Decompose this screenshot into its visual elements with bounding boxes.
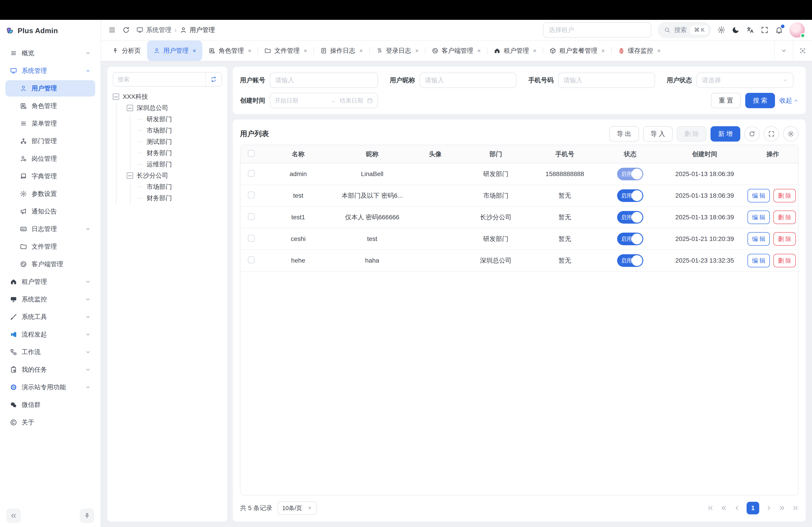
tree-refresh-icon[interactable] — [205, 73, 221, 86]
global-search-button[interactable]: 搜索 ⌘ K — [657, 22, 711, 38]
status-toggle[interactable]: 启用 — [617, 254, 643, 267]
tab-登录日志[interactable]: 登录日志× — [370, 41, 425, 61]
tab-文件管理[interactable]: 文件管理× — [258, 41, 313, 61]
status-toggle[interactable]: 启用 — [617, 189, 643, 202]
tab-操作日志[interactable]: 操作日志× — [314, 41, 369, 61]
sidebar-item-系统监控[interactable]: 系统监控 — [5, 291, 95, 307]
back-5-pages-button[interactable] — [721, 505, 727, 511]
tab-用户管理[interactable]: 用户管理× — [147, 41, 202, 61]
reset-button[interactable]: 重 置 — [711, 93, 741, 108]
sidebar-item-菜单管理[interactable]: 菜单管理 — [5, 116, 95, 132]
sidebar-item-日志管理[interactable]: DEV日志管理 — [5, 221, 95, 237]
sidebar-item-工作流[interactable]: 工作流 — [5, 344, 95, 360]
tree-leaf-测试部门[interactable]: 测试部门 — [130, 136, 222, 147]
row-checkbox[interactable] — [248, 257, 255, 263]
sidebar-item-演示站专用功能[interactable]: 演示站专用功能 — [5, 379, 95, 395]
tree-node-XXX科技[interactable]: XXX科技 — [113, 91, 222, 102]
current-page-button[interactable]: 1 — [746, 502, 759, 514]
notification-bell-icon[interactable] — [775, 26, 783, 34]
status-toggle[interactable]: 启用 — [617, 232, 643, 245]
tab-租户管理[interactable]: 租户管理× — [488, 41, 543, 61]
refresh-page-button[interactable] — [122, 26, 130, 34]
tree-leaf-市场部门[interactable]: 市场部门 — [130, 181, 222, 193]
tree-leaf-市场部门[interactable]: 市场部门 — [130, 125, 222, 136]
row-checkbox[interactable] — [248, 192, 255, 198]
sidebar-item-客户端管理[interactable]: 客户端管理 — [5, 256, 95, 272]
breadcrumb-item-system[interactable]: 系统管理 — [136, 26, 171, 34]
sidebar-item-文件管理[interactable]: 文件管理 — [5, 239, 95, 255]
tab-close-icon[interactable]: × — [193, 47, 196, 54]
tree-leaf-财务部门[interactable]: 财务部门 — [130, 147, 222, 159]
dark-mode-moon-icon[interactable] — [732, 26, 740, 34]
table-refresh-icon[interactable] — [744, 126, 760, 141]
tree-expander-icon[interactable] — [113, 93, 119, 100]
phone-input[interactable] — [558, 73, 655, 88]
tab-close-icon[interactable]: × — [415, 47, 419, 54]
tree-expander-icon[interactable] — [127, 105, 133, 111]
tab-close-icon[interactable]: × — [248, 47, 251, 54]
sidebar-collapse-button[interactable] — [6, 509, 21, 523]
tree-node-深圳总公司[interactable]: 深圳总公司 — [127, 102, 222, 114]
sidebar-item-微信群[interactable]: 微信群 — [5, 397, 95, 413]
tree-leaf-研发部门[interactable]: 研发部门 — [130, 114, 222, 125]
sidebar-item-流程发起[interactable]: 流程发起 — [5, 326, 95, 343]
sidebar-item-系统管理[interactable]: 系统管理 — [5, 63, 95, 79]
row-checkbox[interactable] — [248, 170, 255, 177]
tenant-select-input[interactable] — [543, 22, 651, 37]
menu-toggle-button[interactable] — [108, 26, 116, 34]
first-page-button[interactable] — [707, 505, 714, 511]
tab-close-icon[interactable]: × — [657, 47, 661, 54]
nickname-input[interactable] — [420, 73, 517, 88]
search-button[interactable]: 搜 索 — [745, 93, 775, 108]
sidebar-item-用户管理[interactable]: 用户管理 — [5, 80, 95, 96]
tab-close-icon[interactable]: × — [304, 47, 307, 54]
tree-leaf-运维部门[interactable]: 运维部门 — [130, 159, 222, 170]
sidebar-item-字典管理[interactable]: 字典管理 — [5, 168, 95, 184]
tab-缓存监控[interactable]: redis缓存监控× — [612, 41, 667, 61]
tree-leaf-财务部门[interactable]: 财务部门 — [130, 193, 222, 204]
tab-角色管理[interactable]: 角色管理× — [202, 41, 258, 61]
account-input[interactable] — [270, 73, 378, 88]
sidebar-pin-button[interactable] — [80, 509, 94, 523]
status-select[interactable]: 请选择 — [697, 73, 794, 88]
delete-row-button[interactable]: 删 除 — [773, 254, 796, 267]
edit-button[interactable]: 编 辑 — [748, 189, 770, 202]
sidebar-item-通知公告[interactable]: 通知公告 — [5, 203, 95, 220]
export-button[interactable]: 导 出 — [609, 126, 639, 141]
delete-row-button[interactable]: 删 除 — [773, 189, 796, 202]
sidebar-item-系统工具[interactable]: 系统工具 — [5, 309, 95, 325]
sidebar-item-参数设置[interactable]: 参数设置 — [5, 186, 95, 202]
tabs-dropdown-button[interactable] — [774, 40, 793, 61]
edit-button[interactable]: 编 辑 — [748, 232, 770, 246]
tab-客户端管理[interactable]: 客户端管理× — [425, 41, 487, 61]
table-fullscreen-icon[interactable] — [764, 126, 779, 141]
sidebar-item-我的任务[interactable]: 我的任务 — [5, 362, 95, 378]
import-button[interactable]: 导 入 — [643, 126, 673, 141]
table-settings-icon[interactable] — [783, 126, 798, 141]
tab-分析页[interactable]: 分析页 — [105, 41, 147, 61]
collapse-filter-link[interactable]: 收起 — [780, 96, 798, 105]
breadcrumb-item-users[interactable]: 用户管理 — [180, 26, 215, 34]
delete-row-button[interactable]: 删 除 — [773, 232, 796, 246]
tab-close-icon[interactable]: × — [477, 47, 481, 54]
user-avatar[interactable] — [789, 22, 805, 37]
status-toggle[interactable]: 启用 — [617, 168, 643, 180]
tree-expander-icon[interactable] — [127, 172, 133, 179]
created-date-range-input[interactable]: 开始日期 → 结束日期 — [270, 93, 378, 108]
sidebar-item-角色管理[interactable]: 角色管理 — [5, 98, 95, 114]
delete-button[interactable]: 删 除 — [677, 126, 707, 141]
tab-租户套餐管理[interactable]: 租户套餐管理× — [543, 41, 611, 61]
tab-close-icon[interactable]: × — [601, 47, 605, 54]
page-size-select[interactable]: 10条/页 ▼ — [278, 501, 317, 515]
prev-page-button[interactable] — [734, 505, 740, 511]
content-fullscreen-button[interactable] — [793, 40, 812, 61]
select-all-checkbox[interactable] — [248, 150, 255, 157]
sidebar-item-部门管理[interactable]: 部门管理 — [5, 133, 95, 149]
status-toggle[interactable]: 启用 — [617, 211, 643, 224]
next-page-button[interactable] — [766, 505, 772, 511]
language-translate-icon[interactable] — [746, 26, 754, 34]
last-page-button[interactable] — [792, 505, 798, 511]
settings-gear-icon[interactable] — [717, 26, 725, 34]
tree-node-长沙分公司[interactable]: 长沙分公司 — [127, 170, 222, 181]
sidebar-item-概览[interactable]: 概览 — [5, 45, 95, 61]
